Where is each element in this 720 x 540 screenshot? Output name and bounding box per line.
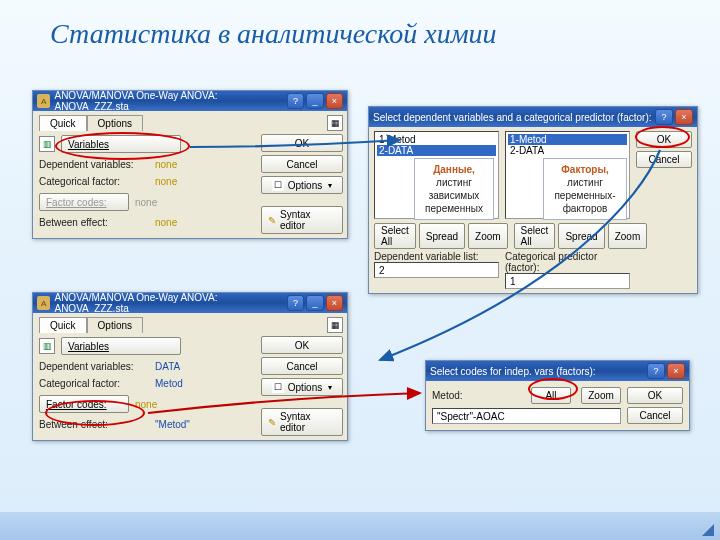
slide-title: Статистика в аналитической химии — [50, 18, 497, 50]
select-codes-dialog: Select codes for indep. vars (factors): … — [425, 360, 690, 431]
variables-button[interactable]: Variables — [61, 135, 181, 153]
help-button[interactable]: ? — [647, 363, 665, 379]
cancel-button[interactable]: Cancel — [261, 155, 343, 173]
summary-icon[interactable]: ▦ — [327, 317, 343, 333]
titlebar: A ANOVA/MANOVA One-Way ANOVA: ANOVA_ZZZ.… — [33, 91, 347, 111]
summary-icon[interactable]: ▦ — [327, 115, 343, 131]
variables-icon: ▥ — [39, 136, 55, 152]
between-label: Between effect: — [39, 419, 149, 430]
zoom-button[interactable]: Zoom — [581, 387, 621, 404]
window-title: ANOVA/MANOVA One-Way ANOVA: ANOVA_ZZZ.st… — [54, 90, 284, 112]
codes-value: none — [135, 399, 157, 410]
close-button[interactable]: × — [675, 109, 693, 125]
help-button[interactable]: ? — [287, 93, 304, 109]
tab-options[interactable]: Options — [87, 317, 143, 333]
titlebar: Select codes for indep. vars (factors): … — [426, 361, 689, 381]
tab-options[interactable]: Options — [87, 115, 143, 131]
zoom-button-2[interactable]: Zoom — [608, 223, 648, 249]
dep-value: DATA — [155, 361, 180, 372]
tab-quick[interactable]: Quick — [39, 317, 87, 333]
between-value: "Metod" — [155, 419, 190, 430]
app-icon: A — [37, 94, 50, 108]
anova-dialog-1: A ANOVA/MANOVA One-Way ANOVA: ANOVA_ZZZ.… — [32, 90, 348, 239]
options-icon: ☐ — [272, 179, 284, 191]
callout-factors: Факторы, листинг переменных- факторов — [543, 158, 627, 220]
minimize-button[interactable]: _ — [306, 93, 323, 109]
options-button[interactable]: ☐ Options▾ — [261, 378, 343, 396]
list-item[interactable]: 1-Metod — [508, 134, 627, 145]
ok-button[interactable]: OK — [261, 336, 343, 354]
cat-value: none — [155, 176, 177, 187]
titlebar: A ANOVA/MANOVA One-Way ANOVA: ANOVA_ZZZ.… — [33, 293, 347, 313]
variables-icon: ▥ — [39, 338, 55, 354]
codes-input[interactable]: "Spectr"-AOAC — [432, 408, 621, 424]
list-item[interactable]: 2-DATA — [377, 145, 496, 156]
close-button[interactable]: × — [667, 363, 685, 379]
app-icon: A — [37, 296, 50, 310]
ok-button[interactable]: OK — [627, 387, 683, 404]
callout-data: Данные, листинг зависимых переменных — [414, 158, 494, 220]
syntax-editor-button[interactable]: ✎ Syntax editor — [261, 206, 343, 234]
cat-value: Metod — [155, 378, 183, 389]
window-title: ANOVA/MANOVA One-Way ANOVA: ANOVA_ZZZ.st… — [54, 292, 284, 314]
metod-label: Metod: — [432, 390, 463, 401]
window-title: Select dependent variables and a categor… — [373, 112, 652, 123]
dep-list-label: Dependent variable list: — [374, 251, 499, 262]
list-item[interactable]: 2-DATA — [508, 145, 627, 156]
variables-button[interactable]: Variables — [61, 337, 181, 355]
options-button[interactable]: ☐ Options▾ — [261, 176, 343, 194]
close-button[interactable]: × — [326, 93, 343, 109]
select-all-button[interactable]: Select All — [374, 223, 416, 249]
syntax-editor-button[interactable]: ✎ Syntax editor — [261, 408, 343, 436]
factor-codes-button: Factor codes: — [39, 193, 129, 211]
list-item[interactable]: 1-Metod — [377, 134, 496, 145]
syntax-icon: ✎ — [268, 417, 276, 428]
bottom-band — [0, 512, 720, 540]
cat-pred-input[interactable]: 1 — [505, 273, 630, 289]
spread-button[interactable]: Spread — [419, 223, 465, 249]
spread-button-2[interactable]: Spread — [558, 223, 604, 249]
tab-quick[interactable]: Quick — [39, 115, 87, 131]
dep-list-input[interactable]: 2 — [374, 262, 499, 278]
ok-button[interactable]: OK — [636, 131, 692, 148]
zoom-button[interactable]: Zoom — [468, 223, 508, 249]
help-button[interactable]: ? — [287, 295, 304, 311]
ok-button[interactable]: OK — [261, 134, 343, 152]
between-label: Between effect: — [39, 217, 149, 228]
cancel-button[interactable]: Cancel — [636, 151, 692, 168]
cancel-button[interactable]: Cancel — [627, 407, 683, 424]
options-icon: ☐ — [272, 381, 284, 393]
dep-value: none — [155, 159, 177, 170]
corner-decoration — [702, 524, 714, 536]
dep-label: Dependent variables: — [39, 159, 149, 170]
titlebar: Select dependent variables and a categor… — [369, 107, 697, 127]
help-button[interactable]: ? — [655, 109, 673, 125]
syntax-icon: ✎ — [268, 215, 276, 226]
cat-label: Categorical factor: — [39, 378, 149, 389]
between-value: none — [155, 217, 177, 228]
close-button[interactable]: × — [326, 295, 343, 311]
cat-label: Categorical factor: — [39, 176, 149, 187]
dep-label: Dependent variables: — [39, 361, 149, 372]
all-button[interactable]: All — [531, 387, 571, 404]
codes-value: none — [135, 197, 157, 208]
minimize-button[interactable]: _ — [306, 295, 323, 311]
cat-pred-label: Categorical predictor (factor): — [505, 251, 630, 273]
factor-codes-button[interactable]: Factor codes: — [39, 395, 129, 413]
window-title: Select codes for indep. vars (factors): — [430, 366, 596, 377]
cancel-button[interactable]: Cancel — [261, 357, 343, 375]
anova-dialog-2: A ANOVA/MANOVA One-Way ANOVA: ANOVA_ZZZ.… — [32, 292, 348, 441]
select-all-button-2[interactable]: Select All — [514, 223, 556, 249]
